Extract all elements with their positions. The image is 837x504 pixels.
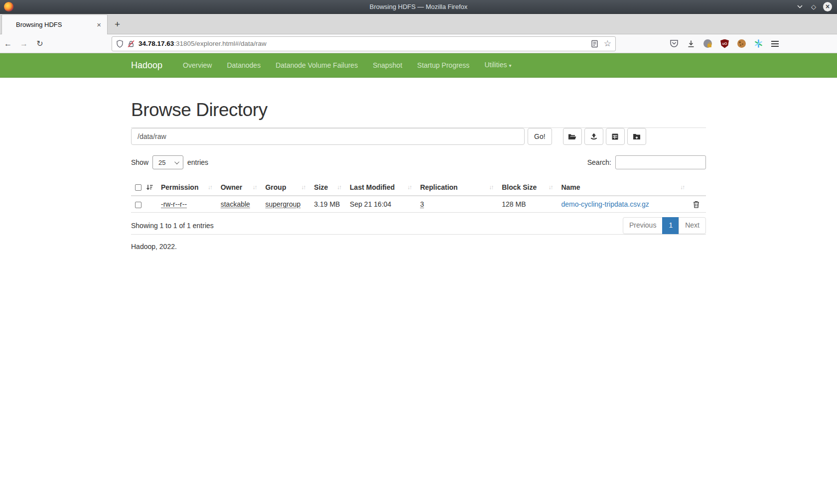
grid-view-button[interactable]	[606, 128, 625, 145]
nav-item-overview[interactable]: Overview	[175, 53, 219, 77]
row-checkbox[interactable]	[135, 202, 141, 208]
minimize-icon[interactable]	[795, 2, 804, 11]
path-form: Go!	[131, 128, 706, 145]
main-content: Browse Directory Go!	[123, 78, 714, 251]
file-listing-table: Permission↓↑ Owner↓↑ Group↓↑ Size↓↑ Last…	[131, 180, 706, 213]
maximize-icon[interactable]: ◇	[809, 2, 818, 11]
window-title: Browsing HDFS — Mozilla Firefox	[0, 3, 837, 10]
permission-cell[interactable]: -rw-r--r--	[161, 200, 187, 208]
create-directory-button[interactable]	[627, 128, 646, 145]
owner-cell[interactable]: stackable	[221, 200, 250, 208]
back-icon[interactable]: ←	[0, 40, 16, 48]
url-bar[interactable]: 34.78.17.63:31805/explorer.html#/data/ra…	[112, 36, 616, 51]
header-actions	[689, 180, 706, 196]
block-size-cell: 128 MB	[498, 196, 557, 213]
footer-text: Hadoop, 2022.	[131, 243, 706, 251]
extension-lock-icon[interactable]	[703, 39, 712, 48]
open-folder-button[interactable]	[563, 128, 582, 145]
url-text: 34.78.17.63:31805/explorer.html#/data/ra…	[139, 40, 585, 47]
file-action-buttons	[563, 128, 646, 145]
menu-icon[interactable]	[771, 41, 779, 47]
browser-tab[interactable]: Browsing HDFS ×	[1, 14, 108, 34]
pagination: Previous 1 Next	[623, 217, 706, 234]
ublock-origin-icon[interactable]: uO	[720, 39, 729, 48]
tracking-protection-shield-icon[interactable]	[116, 40, 124, 48]
pagination-previous[interactable]: Previous	[623, 217, 663, 234]
page-viewport: Hadoop Overview Datanodes Datanode Volum…	[0, 53, 837, 504]
delete-file-button[interactable]	[689, 196, 706, 213]
firefox-window: Browsing HDFS — Mozilla Firefox ◇ × Brow…	[0, 0, 837, 504]
cookie-extension-icon[interactable]	[737, 39, 746, 48]
sort-asc-icon	[146, 184, 153, 191]
header-owner[interactable]: Owner↓↑	[217, 180, 262, 196]
window-titlebar: Browsing HDFS — Mozilla Firefox ◇ ×	[0, 0, 837, 14]
sort-icon: ↓↑	[301, 184, 306, 191]
search-area: Search:	[587, 155, 706, 169]
header-name[interactable]: Name↓↑	[557, 180, 689, 196]
reload-icon[interactable]: ↻	[32, 40, 48, 48]
sort-icon: ↓↑	[407, 184, 412, 191]
insecure-lock-icon[interactable]	[128, 40, 135, 48]
url-host: 34.78.17.63	[139, 40, 174, 47]
size-cell: 3.19 MB	[310, 196, 346, 213]
nav-item-utilities[interactable]: Utilities▾	[477, 53, 519, 78]
table-row: -rw-r--r-- stackable supergroup 3.19 MB …	[131, 196, 706, 213]
entries-per-page-select[interactable]: 25	[152, 155, 183, 169]
entries-summary: Showing 1 to 1 of 1 entries	[131, 222, 214, 230]
search-input[interactable]	[615, 155, 706, 169]
table-footer: Showing 1 to 1 of 1 entries Previous 1 N…	[131, 217, 706, 234]
header-permission[interactable]: Permission↓↑	[157, 180, 217, 196]
nav-item-startup-progress[interactable]: Startup Progress	[410, 53, 477, 77]
sort-icon: ↓↑	[680, 184, 685, 191]
replication-cell[interactable]: 3	[420, 200, 424, 208]
file-name-link[interactable]: demo-cycling-tripdata.csv.gz	[561, 200, 649, 208]
header-last-modified[interactable]: Last Modified↓↑	[346, 180, 416, 196]
bookmark-star-icon[interactable]: ☆	[604, 39, 611, 48]
header-size[interactable]: Size↓↑	[310, 180, 346, 196]
sort-icon: ↓↑	[208, 184, 213, 191]
sort-icon: ↓↑	[548, 184, 553, 191]
pocket-icon[interactable]	[670, 39, 679, 48]
pagination-next[interactable]: Next	[679, 217, 706, 234]
folder-upload-icon	[633, 133, 641, 140]
table-controls: Show 25 entries Search:	[131, 155, 706, 169]
header-group[interactable]: Group↓↑	[261, 180, 310, 196]
tab-close-icon[interactable]: ×	[96, 20, 102, 29]
hadoop-brand[interactable]: Hadoop	[131, 60, 162, 71]
tab-strip: Browsing HDFS × +	[0, 14, 837, 34]
header-replication[interactable]: Replication↓↑	[416, 180, 498, 196]
upload-file-button[interactable]	[584, 128, 603, 145]
group-cell[interactable]: supergroup	[265, 200, 300, 208]
select-all-checkbox[interactable]	[135, 184, 141, 191]
cloud-upload-icon	[590, 133, 598, 140]
last-modified-cell: Sep 21 16:04	[346, 196, 416, 213]
sort-icon: ↓↑	[489, 184, 494, 191]
forward-icon[interactable]: →	[16, 40, 32, 48]
nav-item-datanode-volume-failures[interactable]: Datanode Volume Failures	[268, 53, 365, 77]
download-icon[interactable]	[687, 40, 695, 48]
reader-mode-icon[interactable]	[591, 40, 598, 48]
divider	[131, 234, 706, 235]
search-label: Search:	[587, 158, 611, 166]
firefox-logo-icon	[4, 2, 13, 11]
nav-item-snapshot[interactable]: Snapshot	[365, 53, 410, 77]
trash-icon	[693, 201, 702, 208]
show-label: Show	[131, 158, 148, 166]
chevron-down-icon: ▾	[509, 63, 512, 68]
directory-path-input[interactable]	[131, 128, 525, 145]
pagination-page-1[interactable]: 1	[662, 217, 679, 234]
go-button[interactable]: Go!	[528, 128, 552, 145]
url-path: :31805/explorer.html#/data/raw	[174, 40, 266, 47]
new-tab-button[interactable]: +	[108, 19, 127, 34]
page-title: Browse Directory	[131, 100, 706, 121]
browser-toolbar: ← → ↻ 34.78.17.63:31805/explorer.html#/d…	[0, 34, 837, 53]
header-block-size[interactable]: Block Size↓↑	[498, 180, 557, 196]
close-window-icon[interactable]: ×	[823, 2, 832, 11]
color-asterisk-extension-icon[interactable]	[754, 39, 763, 48]
table-header-row: Permission↓↑ Owner↓↑ Group↓↑ Size↓↑ Last…	[131, 180, 706, 196]
entries-label: entries	[187, 158, 208, 166]
tab-title: Browsing HDFS	[16, 21, 96, 28]
nav-item-datanodes[interactable]: Datanodes	[219, 53, 268, 77]
select-all-header[interactable]	[131, 180, 157, 196]
folder-open-icon	[568, 133, 576, 140]
